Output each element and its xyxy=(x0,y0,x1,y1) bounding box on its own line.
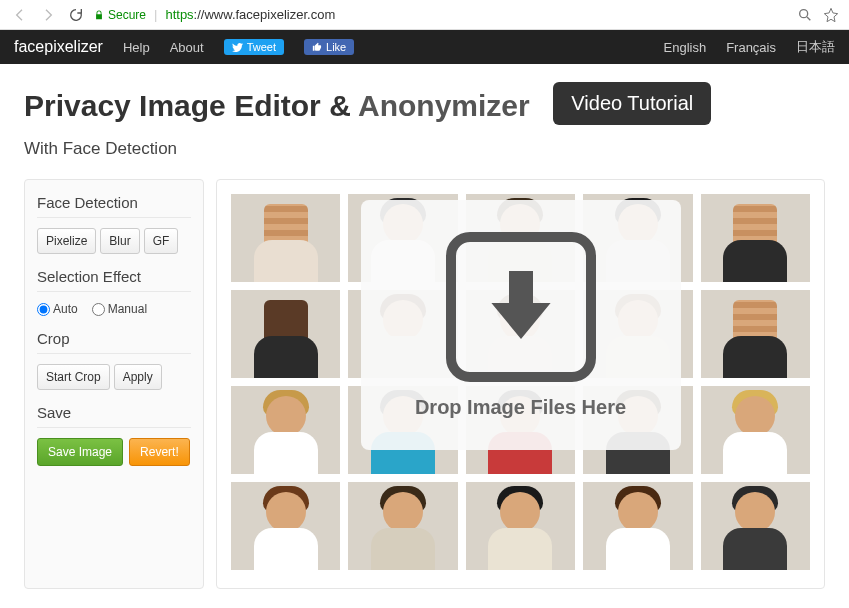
svg-point-0 xyxy=(800,9,808,17)
section-selection-effect: Selection Effect xyxy=(37,268,191,292)
lang-francais[interactable]: Français xyxy=(726,40,776,55)
drop-text: Drop Image Files Here xyxy=(415,396,626,419)
video-tutorial-button[interactable]: Video Tutorial xyxy=(553,82,711,125)
section-save: Save xyxy=(37,404,191,428)
back-icon[interactable] xyxy=(10,5,30,25)
secure-indicator: Secure xyxy=(94,8,146,22)
section-face-detection: Face Detection xyxy=(37,194,191,218)
url-scheme: https xyxy=(165,7,193,22)
portrait-tile xyxy=(231,386,340,474)
radio-manual[interactable]: Manual xyxy=(92,302,147,316)
nav-help[interactable]: Help xyxy=(123,40,150,55)
url-rest: ://www.facepixelizer.com xyxy=(194,7,336,22)
navbar: facepixelizer Help About Tweet Like Engl… xyxy=(0,30,849,64)
radio-auto-input[interactable] xyxy=(37,303,50,316)
save-image-button[interactable]: Save Image xyxy=(37,438,123,466)
forward-icon[interactable] xyxy=(38,5,58,25)
radio-auto[interactable]: Auto xyxy=(37,302,78,316)
lock-icon xyxy=(94,9,104,21)
sidebar: Face Detection Pixelize Blur GF Selectio… xyxy=(24,179,204,589)
apply-button[interactable]: Apply xyxy=(114,364,162,390)
nav-about[interactable]: About xyxy=(170,40,204,55)
gf-button[interactable]: GF xyxy=(144,228,179,254)
portrait-tile xyxy=(701,482,810,570)
portrait-tile xyxy=(701,194,810,282)
portrait-tile xyxy=(583,482,692,570)
drop-overlay[interactable]: Drop Image Files Here xyxy=(361,200,681,450)
portrait-tile xyxy=(231,194,340,282)
blur-button[interactable]: Blur xyxy=(100,228,139,254)
like-button[interactable]: Like xyxy=(304,39,354,55)
portrait-tile xyxy=(466,482,575,570)
start-crop-button[interactable]: Start Crop xyxy=(37,364,110,390)
portrait-tile xyxy=(701,290,810,378)
header-row: Privacy Image Editor & Anonymizer Video … xyxy=(24,82,825,125)
star-icon[interactable] xyxy=(823,7,839,23)
portrait-tile xyxy=(231,290,340,378)
section-crop: Crop xyxy=(37,330,191,354)
brand[interactable]: facepixelizer xyxy=(14,38,103,56)
lang-english[interactable]: English xyxy=(664,40,707,55)
secure-label: Secure xyxy=(108,8,146,22)
pixelize-button[interactable]: Pixelize xyxy=(37,228,96,254)
search-icon[interactable] xyxy=(797,7,813,23)
subtitle: With Face Detection xyxy=(24,139,825,159)
portrait-tile xyxy=(701,386,810,474)
portrait-tile xyxy=(348,482,457,570)
portrait-tile xyxy=(231,482,340,570)
page-title: Privacy Image Editor & Anonymizer xyxy=(24,89,530,122)
browser-toolbar: Secure | https://www.facepixelizer.com xyxy=(0,0,849,30)
revert-button[interactable]: Revert! xyxy=(129,438,190,466)
reload-icon[interactable] xyxy=(66,5,86,25)
radio-manual-input[interactable] xyxy=(92,303,105,316)
canvas-area[interactable]: Drop Image Files Here xyxy=(216,179,825,589)
address-bar[interactable]: https://www.facepixelizer.com xyxy=(165,7,789,22)
tweet-button[interactable]: Tweet xyxy=(224,39,284,55)
download-icon xyxy=(446,232,596,382)
lang-japanese[interactable]: 日本語 xyxy=(796,38,835,56)
